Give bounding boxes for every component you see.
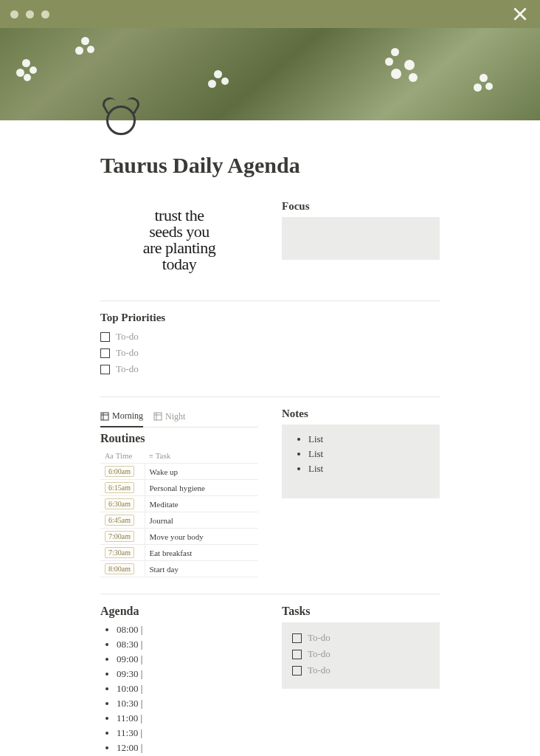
checkbox-icon[interactable] <box>292 666 302 676</box>
task-cell: Journal <box>145 512 258 529</box>
window-controls <box>10 10 49 18</box>
list-item[interactable]: List <box>308 461 429 476</box>
page-title: Taurus Daily Agenda <box>100 120 440 200</box>
close-icon[interactable] <box>510 4 530 24</box>
todo-item[interactable]: To-do <box>100 361 440 377</box>
todo-label: To-do <box>308 648 330 660</box>
agenda-list: 08:00 |08:30 |09:00 |09:30 |10:00 |10:30… <box>100 622 258 756</box>
todo-label: To-do <box>308 632 330 644</box>
divider <box>100 396 440 397</box>
list-item[interactable]: 09:00 | <box>117 652 258 667</box>
checkbox-icon[interactable] <box>100 332 110 342</box>
time-chip: 8:00am <box>105 563 134 574</box>
list-item[interactable]: List <box>308 432 429 447</box>
list-item[interactable]: 11:00 | <box>117 711 258 726</box>
todo-label: To-do <box>116 363 139 375</box>
divider <box>100 594 440 594</box>
quote-block: trust the seeds you are planting today <box>100 200 258 286</box>
list-item[interactable]: 11:30 | <box>117 726 258 740</box>
agenda-label: Agenda <box>100 605 258 618</box>
task-cell: Move your body <box>145 529 258 545</box>
window-dot[interactable] <box>41 10 49 18</box>
table-row[interactable]: 6:15amPersonal hygiene <box>100 480 258 496</box>
focus-input-area[interactable] <box>282 217 440 260</box>
checkbox-icon[interactable] <box>292 650 302 659</box>
time-chip: 7:30am <box>105 547 134 558</box>
time-chip: 6:30am <box>105 498 134 509</box>
checkbox-icon[interactable] <box>100 365 110 374</box>
notes-label: Notes <box>282 408 440 420</box>
focus-label: Focus <box>282 200 440 213</box>
priorities-list: To-do To-do To-do <box>100 329 440 377</box>
svg-rect-2 <box>101 413 108 420</box>
time-chip: 6:00am <box>105 466 134 477</box>
table-icon <box>100 412 109 421</box>
window-titlebar <box>0 0 540 28</box>
table-row[interactable]: 6:45amJournal <box>100 512 258 529</box>
list-item[interactable]: List <box>308 447 429 461</box>
table-row[interactable]: 6:00amWake up <box>100 464 258 480</box>
list-item[interactable]: 10:30 | <box>117 696 258 711</box>
todo-label: To-do <box>308 664 330 676</box>
list-item[interactable]: 12:00 | <box>117 740 258 755</box>
table-row[interactable]: 7:00amMove your body <box>100 529 258 545</box>
table-row[interactable]: 8:00amStart day <box>100 561 258 577</box>
routines-tabs: Morning Night <box>100 408 258 427</box>
checkbox-icon[interactable] <box>292 633 302 643</box>
list-item[interactable]: 09:30 | <box>117 667 258 681</box>
divider <box>100 300 440 301</box>
routines-table: AаTime ≡Task 6:00amWake up6:15amPersonal… <box>100 448 258 577</box>
window-dot[interactable] <box>10 10 18 18</box>
priorities-label: Top Priorities <box>100 312 440 324</box>
todo-item[interactable]: To-do <box>292 646 429 662</box>
list-item[interactable]: 08:00 | <box>117 622 258 637</box>
table-row[interactable]: 6:30amMeditate <box>100 496 258 512</box>
routines-heading: Routines <box>100 427 258 448</box>
notes-list: List List List <box>292 432 429 476</box>
todo-item[interactable]: To-do <box>292 630 429 646</box>
page-icon-taurus[interactable] <box>100 100 142 141</box>
table-row[interactable]: 7:30amEat breakfast <box>100 545 258 561</box>
task-cell: Start day <box>145 561 258 577</box>
task-cell: Meditate <box>145 496 258 512</box>
notes-box[interactable]: List List List <box>282 425 440 498</box>
col-time[interactable]: AаTime <box>100 448 145 464</box>
cover-image <box>0 28 540 120</box>
todo-item[interactable]: To-do <box>292 662 429 678</box>
window-dot[interactable] <box>26 10 34 18</box>
todo-item[interactable]: To-do <box>100 345 440 361</box>
checkbox-icon[interactable] <box>100 348 110 358</box>
todo-label: To-do <box>116 331 139 343</box>
time-chip: 6:45am <box>105 515 134 526</box>
task-cell: Wake up <box>145 464 258 480</box>
table-icon <box>153 412 162 421</box>
list-item[interactable]: 10:00 | <box>117 681 258 696</box>
tab-night[interactable]: Night <box>153 408 185 427</box>
col-task[interactable]: ≡Task <box>145 448 258 464</box>
tasks-label: Tasks <box>282 605 440 618</box>
task-cell: Eat breakfast <box>145 545 258 561</box>
tasks-box[interactable]: To-do To-do To-do <box>282 622 440 689</box>
todo-label: To-do <box>116 347 139 359</box>
todo-item[interactable]: To-do <box>100 329 440 345</box>
time-chip: 6:15am <box>105 482 134 493</box>
list-item[interactable]: 08:30 | <box>117 637 258 652</box>
svg-rect-5 <box>154 413 162 420</box>
tab-morning[interactable]: Morning <box>100 408 143 427</box>
task-cell: Personal hygiene <box>145 480 258 496</box>
time-chip: 7:00am <box>105 531 134 542</box>
